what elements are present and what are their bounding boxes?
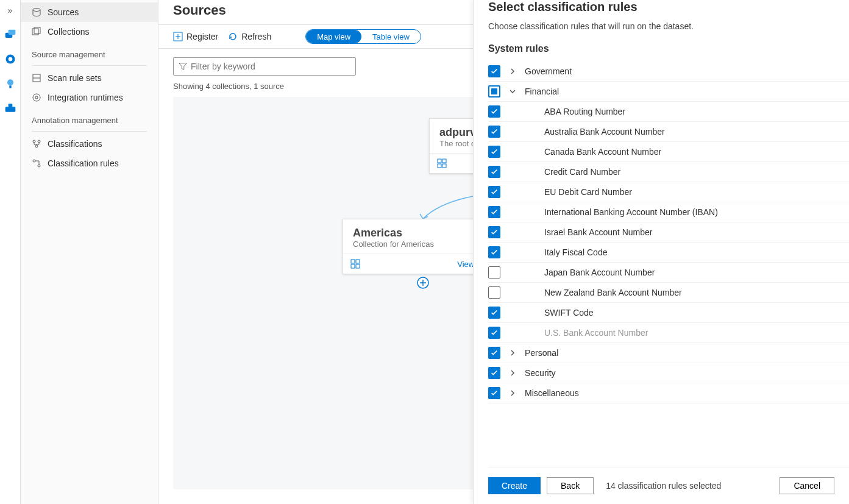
view-toggle: Map view Table view — [305, 29, 421, 44]
svg-rect-26 — [442, 164, 446, 168]
rule-child-label: EU Debit Card Number — [544, 187, 632, 197]
card-title: Americas — [353, 227, 478, 240]
rule-group-label: Financial — [525, 87, 559, 96]
rule-child-label: Japan Bank Account Number — [544, 268, 655, 277]
rule-group-row[interactable]: Financial — [488, 82, 849, 102]
svg-point-15 — [33, 140, 35, 143]
rule-child-row[interactable]: Japan Bank Account Number — [488, 263, 849, 283]
checkbox[interactable] — [488, 126, 500, 138]
panel-subtitle: Choose classification rules that will ru… — [488, 21, 849, 43]
checkbox[interactable] — [488, 286, 500, 299]
add-collection-icon[interactable] — [417, 277, 429, 289]
rule-group-label: Government — [525, 66, 572, 76]
svg-point-4 — [7, 79, 13, 85]
selection-status: 14 classification rules selected — [606, 481, 773, 491]
register-button[interactable]: Register — [173, 32, 218, 41]
filter-input[interactable] — [191, 62, 350, 71]
data-source-icon — [32, 7, 41, 17]
sidebar-item-label: Scan rule sets — [48, 73, 102, 83]
checkbox[interactable] — [488, 65, 500, 77]
rule-group-label: Miscellaneous — [525, 388, 579, 398]
rule-group-row[interactable]: Personal — [488, 343, 849, 363]
panel-footer: Create Back 14 classification rules sele… — [488, 467, 849, 504]
sidebar-item-label: Classifications — [48, 139, 102, 149]
classifications-icon — [32, 139, 41, 149]
scan-icon — [32, 73, 41, 83]
checkbox[interactable] — [488, 387, 500, 399]
sidebar: Sources Collections Source management Sc… — [21, 0, 158, 504]
cancel-label: Cancel — [794, 481, 820, 491]
rule-child-row[interactable]: ABA Routing Number — [488, 102, 849, 122]
table-view-button[interactable]: Table view — [361, 30, 421, 43]
checkbox[interactable] — [488, 246, 500, 258]
sidebar-item-scan-rule-sets[interactable]: Scan rule sets — [21, 68, 158, 88]
table-view-label: Table view — [372, 32, 410, 41]
checkbox[interactable] — [488, 226, 500, 238]
checkbox[interactable] — [488, 166, 500, 178]
sidebar-item-collections[interactable]: Collections — [21, 22, 158, 41]
rule-child-row[interactable]: Australia Bank Account Number — [488, 122, 849, 142]
rule-child-row[interactable]: International Banking Account Number (IB… — [488, 202, 849, 222]
create-button[interactable]: Create — [488, 477, 541, 494]
rail-data-map-icon[interactable] — [4, 28, 17, 41]
checkbox[interactable] — [488, 266, 500, 279]
sidebar-item-label: Collections — [48, 27, 89, 37]
checkbox[interactable] — [488, 347, 500, 359]
rule-child-row[interactable]: EU Debit Card Number — [488, 182, 849, 202]
rule-child-row[interactable]: Canada Bank Account Number — [488, 142, 849, 162]
rule-child-row[interactable]: SWIFT Code — [488, 303, 849, 323]
map-view-button[interactable]: Map view — [306, 30, 361, 43]
card-subtitle: Collection for Americas — [353, 240, 478, 249]
refresh-button[interactable]: Refresh — [228, 32, 271, 41]
checkbox[interactable] — [488, 146, 500, 158]
rule-child-row[interactable]: Credit Card Number — [488, 162, 849, 182]
rule-group-row[interactable]: Miscellaneous — [488, 383, 849, 403]
checkbox[interactable] — [488, 105, 500, 118]
rail-management-icon[interactable] — [4, 101, 17, 115]
expand-toggle[interactable] — [505, 68, 520, 75]
expand-toggle[interactable] — [505, 88, 520, 95]
expand-toggle[interactable] — [505, 349, 520, 357]
sidebar-item-label: Classification rules — [48, 158, 119, 168]
sidebar-item-classification-rules[interactable]: Classification rules — [21, 154, 158, 173]
rule-child-row[interactable]: Israel Bank Account Number — [488, 222, 849, 243]
rule-child-label: International Banking Account Number (IB… — [544, 207, 718, 217]
back-label: Back — [561, 481, 580, 491]
rule-child-row[interactable]: U.S. Bank Account Number — [488, 323, 849, 343]
rule-child-label: ABA Routing Number — [544, 107, 625, 116]
icon-rail: » — [0, 0, 21, 504]
checkbox[interactable] — [488, 206, 500, 218]
rail-insights-icon[interactable] — [4, 77, 17, 90]
sidebar-item-integration-runtimes[interactable]: Integration runtimes — [21, 88, 158, 107]
sources-grid-icon — [437, 158, 447, 168]
svg-rect-6 — [5, 107, 15, 112]
svg-rect-27 — [351, 260, 355, 263]
svg-point-17 — [35, 145, 38, 147]
rule-group-row[interactable]: Security — [488, 363, 849, 383]
back-button[interactable]: Back — [547, 477, 594, 494]
expand-rail-icon[interactable]: » — [4, 4, 17, 17]
rule-child-label: Israel Bank Account Number — [544, 227, 652, 237]
svg-point-3 — [8, 57, 12, 62]
rule-child-row[interactable]: Italy Fiscal Code — [488, 243, 849, 263]
classification-rules-panel: Select classification rules Choose class… — [473, 0, 849, 504]
rule-group-row[interactable]: Government — [488, 62, 849, 82]
svg-rect-24 — [442, 159, 446, 163]
sidebar-item-classifications[interactable]: Classifications — [21, 134, 158, 154]
rail-scan-icon[interactable] — [4, 52, 17, 66]
sidebar-item-sources[interactable]: Sources — [21, 2, 158, 22]
collection-card-americas[interactable]: Americas Collection for Americas View d — [343, 219, 489, 274]
expand-toggle[interactable] — [505, 389, 520, 397]
classification-rules-icon — [32, 158, 41, 168]
svg-rect-1 — [8, 30, 15, 35]
checkbox[interactable] — [488, 307, 500, 319]
expand-toggle[interactable] — [505, 369, 520, 377]
cancel-button[interactable]: Cancel — [780, 477, 834, 494]
checkbox[interactable] — [488, 186, 500, 198]
checkbox[interactable] — [488, 327, 500, 339]
register-label: Register — [186, 32, 218, 41]
checkbox[interactable] — [488, 85, 500, 98]
sources-grid-icon — [350, 259, 360, 269]
checkbox[interactable] — [488, 367, 500, 379]
rule-child-row[interactable]: New Zealand Bank Account Number — [488, 283, 849, 303]
